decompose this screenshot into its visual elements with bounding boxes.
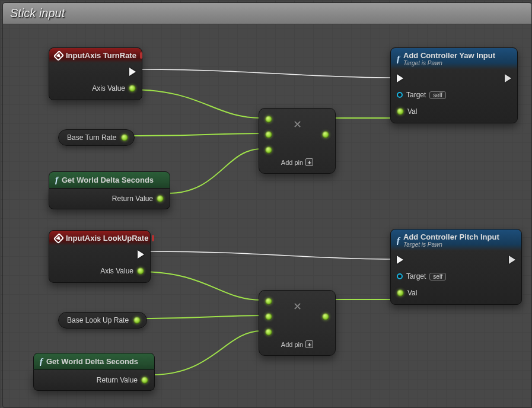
exec-out-pin[interactable]	[138, 249, 144, 260]
function-icon: f	[397, 235, 400, 246]
breakpoint-indicator[interactable]	[140, 52, 142, 59]
node-var-base-turn-rate[interactable]: Base Turn Rate	[58, 129, 135, 146]
var-out-pin[interactable]	[121, 134, 128, 141]
node-title: InputAxis LookUpRate	[66, 234, 148, 243]
exec-in-pin[interactable]	[397, 73, 403, 84]
mult-in-pin-c[interactable]	[265, 329, 272, 336]
event-icon	[53, 50, 64, 60]
node-inputaxis-turnrate[interactable]: InputAxis TurnRate Axis Value	[49, 47, 142, 100]
node-header: f Get World Delta Seconds	[49, 171, 170, 189]
exec-out-pin[interactable]	[129, 66, 136, 77]
node-add-controller-yaw-input[interactable]: f Add Controller Yaw Input Target is Paw…	[390, 47, 518, 123]
mult-in-pin-b[interactable]	[265, 131, 272, 138]
node-var-base-look-up-rate[interactable]: Base Look Up Rate	[58, 312, 147, 329]
var-out-pin[interactable]	[133, 317, 141, 324]
mult-in-pin-c[interactable]	[265, 146, 272, 154]
mult-in-pin-a[interactable]	[265, 298, 272, 305]
var-label: Base Turn Rate	[67, 133, 116, 142]
node-header: f Add Controller Yaw Input Target is Paw…	[391, 48, 517, 69]
node-inputaxis-lookuprate[interactable]: InputAxis LookUpRate Axis Value	[49, 230, 151, 283]
return-value-pin[interactable]: Return Value	[112, 193, 164, 204]
plus-icon: +	[305, 340, 313, 348]
node-multiply-2[interactable]: ✕ Add pin+	[259, 290, 336, 356]
mult-out-pin[interactable]	[322, 313, 329, 320]
node-title: InputAxis TurnRate	[66, 51, 136, 60]
target-pin[interactable]: Target self	[397, 90, 446, 100]
add-pin-button[interactable]: Add pin+	[265, 340, 329, 348]
node-subtitle: Target is Pawn	[403, 241, 499, 248]
node-header: f Add Controller Pitch Input Target is P…	[391, 230, 521, 251]
mult-out-pin[interactable]	[322, 131, 329, 138]
node-multiply-1[interactable]: ✕ Add pin+	[259, 108, 336, 174]
exec-out-pin[interactable]	[505, 73, 511, 84]
self-chip: self	[429, 273, 446, 280]
node-get-world-delta-seconds-2[interactable]: f Get World Delta Seconds Return Value	[33, 353, 155, 391]
self-chip: self	[429, 91, 446, 99]
node-header: InputAxis TurnRate	[49, 48, 142, 63]
mult-in-pin-a[interactable]	[265, 116, 272, 123]
node-title: Add Controller Yaw Input	[403, 51, 495, 60]
function-icon: f	[40, 356, 43, 366]
graph-canvas[interactable]: InputAxis TurnRate Axis Value Base Turn …	[0, 0, 532, 408]
target-pin[interactable]: Target self	[397, 271, 446, 282]
node-add-controller-pitch-input[interactable]: f Add Controller Pitch Input Target is P…	[390, 229, 522, 305]
val-pin[interactable]: Val	[397, 106, 417, 117]
mult-in-pin-b[interactable]	[265, 313, 272, 320]
val-pin[interactable]: Val	[397, 288, 417, 298]
function-icon: f	[397, 54, 400, 64]
node-title: Get World Delta Seconds	[46, 357, 138, 366]
plus-icon: +	[305, 158, 313, 166]
add-pin-button[interactable]: Add pin+	[265, 158, 329, 166]
node-header: f Get World Delta Seconds	[33, 353, 155, 370]
var-label: Base Look Up Rate	[67, 316, 129, 324]
node-get-world-delta-seconds-1[interactable]: f Get World Delta Seconds Return Value	[49, 171, 170, 209]
event-icon	[53, 232, 64, 243]
return-value-pin[interactable]: Return Value	[97, 375, 148, 385]
axis-value-pin[interactable]: Axis Value	[100, 266, 144, 276]
node-subtitle: Target is Pawn	[403, 60, 495, 66]
exec-out-pin[interactable]	[509, 254, 515, 265]
exec-in-pin[interactable]	[397, 254, 403, 265]
node-header: InputAxis LookUpRate	[49, 231, 150, 246]
breakpoint-indicator[interactable]	[152, 235, 154, 241]
node-title: Get World Delta Seconds	[62, 176, 154, 184]
node-title: Add Controller Pitch Input	[403, 232, 499, 241]
axis-value-pin[interactable]: Axis Value	[92, 83, 136, 94]
function-icon: f	[55, 175, 58, 185]
